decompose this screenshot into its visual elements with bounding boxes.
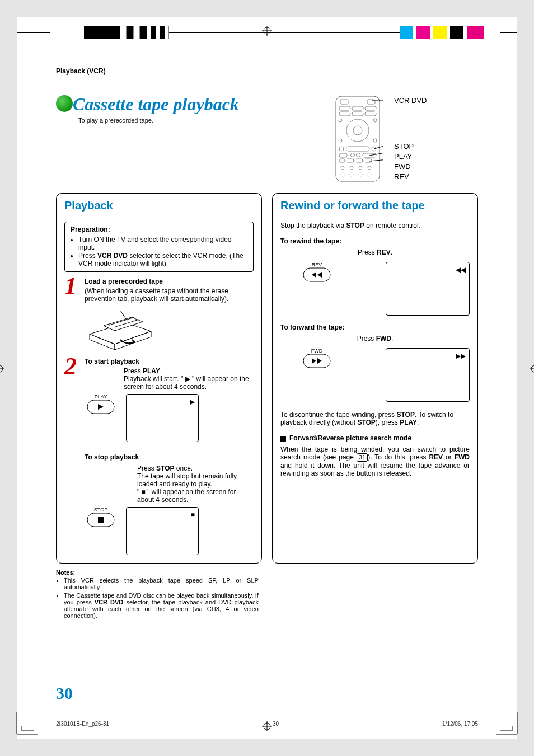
- svg-point-12: [346, 119, 369, 142]
- play-button-icon: PLAY: [87, 394, 115, 416]
- note-2: The Cassette tape and DVD disc can be pl…: [64, 592, 259, 619]
- svg-point-18: [339, 147, 344, 151]
- preparation-box: Preparation: Turn ON the TV and select t…: [64, 222, 254, 272]
- svg-point-22: [351, 153, 355, 157]
- step2-title: To start playback: [85, 358, 254, 365]
- remote-label-fwd: FWD: [394, 162, 427, 171]
- play-screen-icon: ▶: [126, 394, 199, 442]
- svg-point-35: [359, 173, 362, 176]
- svg-point-33: [341, 173, 344, 176]
- rewind-forward-panel: Rewind or forward the tape Stop the play…: [272, 193, 478, 564]
- rev-button-icon: REV: [303, 262, 331, 284]
- svg-point-32: [368, 166, 371, 170]
- rewind-intro: Stop the playback via STOP on remote con…: [280, 222, 470, 229]
- reg-blocks-right: [400, 26, 484, 39]
- svg-rect-11: [365, 112, 376, 116]
- remote-label-rev: REV: [394, 172, 427, 181]
- footer-right: 1/12/06, 17:05: [442, 721, 478, 727]
- rewind-press: Press REV.: [280, 248, 470, 256]
- prep-item-2: Press VCR DVD selector to select the VCR…: [78, 252, 247, 267]
- footer-left: 2I30101B-En_p26-31: [56, 721, 109, 727]
- svg-marker-45: [104, 317, 143, 331]
- svg-rect-8: [365, 106, 376, 110]
- rewind-heading: Rewind or forward the tape: [280, 199, 470, 214]
- stop-text: Press STOP once. The tape will stop but …: [137, 464, 254, 504]
- note-1: This VCR selects the playback tape speed…: [64, 577, 259, 590]
- remote-label-play: PLAY: [394, 152, 427, 161]
- step-2: 2 To start playback Press PLAY. Playback…: [64, 358, 254, 391]
- page-ref-31: 31: [357, 453, 368, 462]
- svg-rect-3: [336, 96, 380, 181]
- stop-screen-icon: ■: [126, 507, 199, 555]
- svg-point-31: [359, 166, 362, 170]
- step-1: 1 Load a prerecorded tape (When loading …: [64, 278, 254, 303]
- svg-rect-25: [339, 159, 345, 162]
- svg-point-23: [357, 153, 360, 157]
- manual-page: Playback (VCR) Cassette tape playback To…: [17, 17, 517, 739]
- step1-note: (When loading a cassette tape without th…: [85, 287, 254, 303]
- svg-rect-26: [346, 159, 354, 162]
- remote-label-stop: STOP: [394, 142, 427, 151]
- remote-icon: [332, 94, 383, 184]
- title-text: Cassette tape playback: [73, 94, 239, 114]
- footer-center: 30: [273, 721, 279, 727]
- svg-line-48: [120, 311, 127, 321]
- svg-rect-27: [355, 159, 363, 162]
- registration-cross-left: [0, 364, 4, 376]
- prep-item-1: Turn ON the TV and select the correspond…: [78, 236, 247, 251]
- svg-point-14: [339, 119, 342, 122]
- step-number-2: 2: [64, 358, 79, 391]
- svg-line-38: [374, 143, 383, 149]
- rewind-subheading: To rewind the tape:: [280, 237, 470, 245]
- svg-point-30: [350, 166, 353, 170]
- svg-point-15: [373, 119, 377, 122]
- remote-diagram: VCR DVD STOP PLAY FWD REV: [332, 94, 478, 185]
- step-number-1: 1: [64, 278, 79, 303]
- discontinue-text: To discontinue the tape-winding, press S…: [280, 411, 470, 426]
- svg-rect-52: [98, 517, 104, 523]
- svg-rect-10: [352, 112, 363, 116]
- square-bullet-icon: [280, 436, 286, 442]
- svg-rect-4: [340, 100, 348, 104]
- page-number: 30: [56, 684, 73, 703]
- svg-point-34: [350, 173, 353, 176]
- search-mode-text: When the tape is being winded, you can s…: [280, 445, 470, 477]
- svg-rect-28: [364, 159, 372, 162]
- playback-panel: Playback Preparation: Turn ON the TV and…: [56, 193, 262, 564]
- title-bullet-icon: [56, 95, 73, 112]
- notes-heading: Notes:: [56, 569, 259, 576]
- page-title: Cassette tape playback: [56, 94, 332, 115]
- svg-point-13: [353, 126, 362, 135]
- rev-screen-icon: ◀◀: [386, 262, 470, 316]
- forward-press: Press FWD.: [280, 335, 470, 342]
- svg-point-36: [368, 173, 371, 176]
- stop-button-icon: STOP: [87, 507, 115, 529]
- stop-title: To stop playback: [85, 453, 254, 461]
- svg-rect-19: [346, 147, 369, 151]
- forward-subheading: To forward the tape:: [280, 323, 470, 331]
- svg-rect-53: [303, 268, 330, 281]
- corner-mark-br-icon: [495, 709, 523, 737]
- registration-cross-top: [262, 26, 272, 36]
- svg-rect-9: [339, 112, 350, 116]
- cassette-load-icon: [87, 306, 154, 351]
- preparation-heading: Preparation:: [71, 226, 247, 233]
- svg-rect-7: [352, 106, 363, 110]
- registration-cross-right: [530, 364, 534, 376]
- svg-marker-43: [90, 334, 115, 350]
- registration-cross-bottom: [262, 721, 272, 731]
- section-header: Playback (VCR): [56, 67, 478, 75]
- page-subtitle: To play a prerecorded tape.: [78, 117, 332, 124]
- svg-point-16: [339, 139, 342, 142]
- corner-mark-bl-icon: [11, 709, 39, 737]
- step1-title: Load a prerecorded tape: [85, 278, 254, 285]
- step2-press: Press PLAY. Playback will start. " ▶ " w…: [124, 367, 254, 391]
- fwd-button-icon: FWD: [303, 348, 331, 370]
- notes-block: Notes: This VCR selects the playback tap…: [56, 569, 259, 619]
- playback-heading: Playback: [64, 199, 254, 214]
- search-mode-heading: Forward/Reverse picture search mode: [280, 434, 470, 442]
- fwd-screen-icon: ▶▶: [386, 348, 470, 402]
- remote-label-vcrdvd: VCR DVD: [394, 96, 427, 105]
- svg-rect-6: [339, 106, 350, 110]
- svg-rect-21: [339, 153, 347, 157]
